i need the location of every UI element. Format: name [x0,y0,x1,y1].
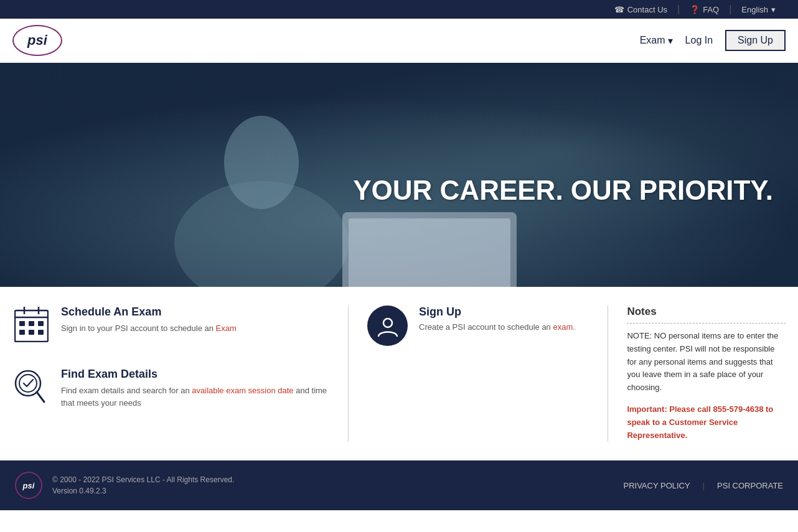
exam-menu[interactable]: Exam ▾ [640,35,673,47]
footer-logo: psi [15,472,42,499]
findexam-content: Find Exam Details Find exam details and … [61,368,329,409]
schedule-content: Schedule An Exam Sign in to your PSI acc… [61,306,237,335]
schedule-description: Sign in to your PSI account to schedule … [61,322,237,335]
language-label: English [741,5,768,14]
signup-exam-link[interactable]: exam. [553,322,575,332]
signup-description: Create a PSI account to schedule an exam… [419,322,575,332]
psi-corporate-link[interactable]: PSI CORPORATE [717,481,783,490]
notes-body: NOTE: NO personal items are to enter the… [627,330,786,394]
login-label: Log In [685,35,713,45]
signup-button[interactable]: Sign Up [725,30,786,51]
svg-rect-16 [38,330,44,335]
svg-rect-5 [349,218,510,287]
faq-link[interactable]: ❓ FAQ [680,5,729,14]
footer-info: © 2000 - 2022 PSI Services LLC - All Rig… [52,475,234,495]
top-bar: ☎ Contact Us | ❓ FAQ | English ▾ [0,0,798,19]
svg-rect-13 [38,321,44,326]
footer-copyright: © 2000 - 2022 PSI Services LLC - All Rig… [52,475,234,484]
middle-section: Sign Up Create a PSI account to schedule… [349,306,608,442]
psi-logo[interactable]: psi [12,25,62,56]
contact-us-link[interactable]: ☎ Contact Us [604,5,677,14]
findexam-link[interactable]: available exam session date [192,386,293,395]
language-selector[interactable]: English ▾ [731,5,786,14]
magnifier-icon [12,368,50,405]
hero-section: YOUR CAREER. OUR PRIORITY. [0,63,798,287]
svg-point-18 [19,375,37,392]
exam-label: Exam [640,35,665,46]
findexam-card: Find Exam Details Find exam details and … [12,368,329,409]
notes-section: Notes NOTE: NO personal items are to ent… [608,306,786,442]
main-nav: Exam ▾ Log In Sign Up [640,30,786,51]
notes-important: Important: Please call 855-579-4638 to s… [627,403,786,442]
calendar-icon [12,306,50,343]
privacy-policy-link[interactable]: PRIVACY POLICY [623,481,690,490]
hero-title: YOUR CAREER. OUR PRIORITY. [353,138,798,206]
help-icon: ❓ [690,5,700,14]
user-icon [367,306,408,346]
phone-icon: ☎ [614,5,624,14]
signup-title: Sign Up [419,306,575,319]
logo-container[interactable]: psi [12,25,62,56]
logo-text: psi [27,32,47,49]
findexam-title: Find Exam Details [61,368,329,381]
footer-version: Version 0.49.2.3 [52,487,234,495]
findexam-description: Find exam details and search for an avai… [61,385,329,409]
footer-divider: | [703,481,705,490]
svg-rect-11 [19,321,25,326]
svg-rect-12 [29,321,34,326]
chevron-down-icon: ▾ [771,5,776,14]
schedule-title: Schedule An Exam [61,306,237,319]
svg-rect-14 [19,330,25,335]
header: psi Exam ▾ Log In Sign Up [0,19,798,63]
footer-logo-text: psi [23,481,35,490]
faq-label: FAQ [703,5,719,14]
schedule-exam-link[interactable]: Exam [216,324,237,333]
contact-us-label: Contact Us [627,5,667,14]
signup-card: Sign Up Create a PSI account to schedule… [367,306,589,346]
svg-line-19 [37,392,44,402]
login-button[interactable]: Log In [685,35,713,46]
signup-content: Sign Up Create a PSI account to schedule… [419,306,575,332]
left-section: Schedule An Exam Sign in to your PSI acc… [12,306,349,442]
footer: psi © 2000 - 2022 PSI Services LLC - All… [0,460,798,510]
main-content: Schedule An Exam Sign in to your PSI acc… [0,287,798,460]
schedule-card: Schedule An Exam Sign in to your PSI acc… [12,306,329,343]
signup-label: Sign Up [738,35,773,45]
notes-title: Notes [627,306,786,324]
chevron-down-icon: ▾ [668,35,673,47]
svg-rect-15 [29,330,34,335]
svg-point-20 [383,319,392,327]
footer-left: psi © 2000 - 2022 PSI Services LLC - All… [15,472,234,499]
footer-right: PRIVACY POLICY | PSI CORPORATE [623,481,783,490]
